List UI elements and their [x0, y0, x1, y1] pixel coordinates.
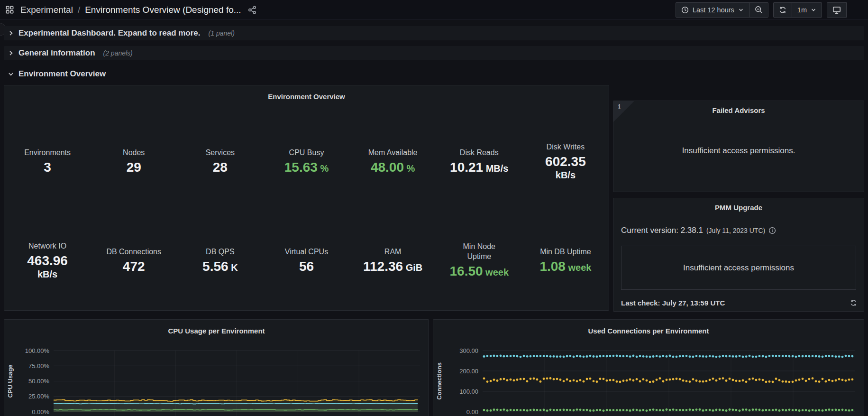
row-title: Environment Overview [18, 69, 106, 79]
chevron-down-icon [738, 7, 744, 13]
cpu-usage-chart-svg[interactable]: 100.00%75.00%50.00%25.00%0.00%CPU Usage [4, 337, 429, 416]
stats-grid: Environments 3 Nodes 29 Services 28 CPU … [4, 102, 609, 310]
pmm-upgrade-panel: PMM Upgrade Current version: 2.38.1 (Jul… [613, 198, 864, 312]
zoom-out-button[interactable] [749, 2, 768, 18]
row-experimental-dashboard[interactable]: Experimental Dashboard. Expand to read m… [4, 26, 864, 40]
stat-label: Virtual CPUs [285, 247, 328, 257]
stat-panel: CPU Busy 15.63 % [263, 112, 349, 211]
chevron-down-icon [8, 71, 14, 77]
stat-panel: RAM 112.36 GiB [350, 211, 436, 310]
failed-advisors-panel: i Failed Advisors Insufficient access pe… [613, 101, 864, 192]
stat-value: 3 [44, 159, 51, 176]
row-title: Experimental Dashboard. Expand to read m… [18, 28, 201, 38]
pmm-last-check: Last check: July 27, 13:59 UTC [621, 299, 725, 307]
svg-text:100.00: 100.00 [459, 388, 478, 395]
panel-title[interactable]: Used Connections per Environment [433, 320, 864, 337]
stat-label: RAM [384, 247, 402, 257]
refresh-button[interactable] [773, 2, 792, 18]
apps-grid-icon[interactable] [6, 6, 14, 14]
sync-icon[interactable] [850, 299, 857, 306]
top-nav: Experimental / Environments Overview (De… [0, 0, 868, 20]
used-connections-chart-svg[interactable]: 300.00200.00100.000.00Connections [433, 337, 864, 416]
stat-label: Min DB Uptime [540, 247, 591, 257]
info-circle-icon[interactable] [768, 227, 776, 234]
stat-value: 1.08 week [539, 259, 591, 275]
stat-value: 463.96kB/s [27, 253, 68, 280]
refresh-interval-label: 1m [797, 6, 807, 14]
clock-icon [681, 6, 689, 14]
stat-panel: Min Node Uptime 16.50 week [436, 211, 522, 310]
pmm-version-line: Current version: 2.38.1 (July 11, 2023 U… [621, 226, 776, 235]
breadcrumb-separator: / [78, 5, 80, 15]
stat-label: Services [206, 148, 235, 158]
refresh-interval-picker[interactable]: 1m [792, 2, 822, 18]
stat-panel: DB QPS 5.56 K [177, 211, 263, 310]
share-icon[interactable] [248, 6, 256, 14]
info-icon: i [618, 103, 621, 110]
svg-text:CPU Usage: CPU Usage [7, 364, 14, 398]
time-range-picker[interactable]: Last 12 hours [676, 2, 749, 18]
svg-text:0.00%: 0.00% [32, 408, 49, 416]
stat-value: 48.00 % [371, 159, 415, 176]
svg-text:0.00: 0.00 [466, 408, 478, 416]
stat-panel: Mem Available 48.00 % [350, 112, 436, 211]
stat-value: 28 [213, 159, 228, 176]
stat-value: 5.56 K [202, 259, 238, 275]
stat-label: DB Connections [106, 247, 161, 257]
stat-panel: Environments 3 [4, 112, 91, 211]
stat-value: 10.21 MB/s [450, 159, 508, 176]
stat-value: 602.35kB/s [545, 154, 586, 181]
svg-text:100.00%: 100.00% [25, 347, 50, 354]
nav-toolbar: Last 12 hours 1m [676, 2, 847, 18]
stats-row-1: Environments 3 Nodes 29 Services 28 CPU … [4, 112, 609, 211]
used-connections-panel: Used Connections per Environment 300.002… [433, 319, 864, 416]
row-panel-count: (2 panels) [103, 49, 133, 57]
svg-text:25.00%: 25.00% [28, 393, 50, 400]
stat-value: 15.63 % [284, 159, 329, 176]
stat-panel: Min DB Uptime 1.08 week [522, 211, 609, 310]
panel-title[interactable]: Failed Advisors [613, 101, 864, 116]
stat-value: 112.36 GiB [363, 259, 422, 275]
pmm-upgrade-message-box: Insufficient access permissions [621, 246, 856, 290]
breadcrumb-app[interactable]: Experimental [20, 5, 73, 15]
pmm-current-version: Current version: 2.38.1 [621, 226, 703, 235]
cpu-usage-chart[interactable]: 100.00%75.00%50.00%25.00%0.00%CPU Usage [4, 337, 429, 416]
stat-value: 56 [299, 259, 314, 275]
used-connections-chart[interactable]: 300.00200.00100.000.00Connections [433, 337, 864, 416]
stat-label: CPU Busy [289, 148, 324, 158]
svg-text:200.00: 200.00 [459, 368, 478, 375]
stat-panel: Network IO 463.96kB/s [4, 211, 91, 310]
svg-text:300.00: 300.00 [459, 347, 478, 354]
pmm-footer: Last check: July 27, 13:59 UTC [621, 299, 857, 307]
monitor-icon [832, 6, 841, 14]
row-general-information[interactable]: General information (2 panels) [4, 46, 864, 60]
chevron-right-icon [8, 50, 14, 56]
stat-panel: Disk Reads 10.21 MB/s [436, 112, 522, 211]
stat-panel: Services 28 [177, 112, 263, 211]
stat-value: 472 [123, 259, 145, 275]
cpu-usage-panel: CPU Usage per Environment 100.00%75.00%5… [4, 319, 429, 416]
panel-title[interactable]: Environment Overview [4, 85, 609, 102]
stat-panel: Nodes 29 [91, 112, 177, 211]
row-environment-overview[interactable]: Environment Overview [4, 67, 864, 81]
refresh-icon [779, 6, 786, 14]
stat-panel: Virtual CPUs 56 [263, 211, 349, 310]
kiosk-mode-button[interactable] [827, 2, 847, 18]
stats-row-2: Network IO 463.96kB/s DB Connections 472… [4, 211, 609, 310]
time-range-label: Last 12 hours [693, 6, 734, 14]
stat-label: Mem Available [368, 148, 418, 158]
zoom-out-icon [755, 6, 763, 14]
stat-label: Disk Reads [460, 148, 499, 158]
failed-advisors-body: Insufficient access permissions. [613, 116, 864, 185]
svg-text:Connections: Connections [436, 362, 443, 400]
row-title: General information [18, 48, 95, 58]
stat-value: 29 [127, 159, 141, 176]
stat-label: Disk Writes [547, 142, 585, 152]
failed-advisors-message: Insufficient access permissions. [682, 146, 795, 156]
panel-title[interactable]: CPU Usage per Environment [4, 320, 429, 337]
breadcrumb-page: Environments Overview (Designed fo... [85, 5, 241, 15]
stat-label: DB QPS [206, 247, 234, 257]
stat-panel: Disk Writes 602.35kB/s [522, 112, 609, 211]
chevron-down-icon [811, 7, 816, 13]
panel-title[interactable]: PMM Upgrade [613, 198, 864, 213]
